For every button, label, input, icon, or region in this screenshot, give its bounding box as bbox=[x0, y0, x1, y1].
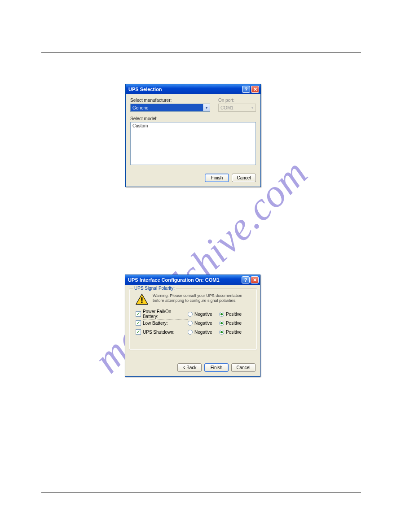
manufacturer-value: Generic bbox=[131, 105, 203, 110]
checkbox-ups-shutdown[interactable]: ✓ bbox=[136, 329, 141, 335]
radio-negative[interactable] bbox=[188, 321, 193, 326]
manufacturer-dropdown[interactable]: Generic ▾ bbox=[130, 104, 210, 112]
radio-label: Negative bbox=[194, 312, 212, 317]
back-button[interactable]: < Back bbox=[177, 363, 202, 372]
radio-positive[interactable] bbox=[219, 321, 224, 326]
close-icon: ✕ bbox=[253, 277, 257, 283]
cancel-button[interactable]: Cancel bbox=[232, 174, 256, 182]
finish-button[interactable]: Finish bbox=[204, 363, 229, 372]
dialog-ups-interface-config: UPS Interface Configuration On: COM1 ? ✕… bbox=[125, 275, 260, 377]
radio-label: Negative bbox=[194, 330, 212, 335]
polarity-row: ✓ UPS Shutdown: Negative Positive bbox=[136, 327, 251, 336]
titlebar-help-button[interactable]: ? bbox=[242, 86, 250, 93]
model-list-item[interactable]: Custom bbox=[132, 123, 254, 128]
dialog-ups-selection: UPS Selection ? ✕ Select manufacturer: G… bbox=[125, 84, 261, 187]
radio-label: Negative bbox=[194, 321, 212, 326]
radio-negative[interactable] bbox=[188, 312, 193, 317]
manufacturer-label: Select manufacturer: bbox=[130, 98, 210, 103]
port-dropdown: COM1 ▾ bbox=[218, 104, 256, 112]
titlebar-help-button[interactable]: ? bbox=[242, 276, 250, 283]
page-rule-bottom bbox=[41, 493, 361, 493]
checkbox-label: Power Fail/On Battery: bbox=[143, 309, 188, 319]
model-label: Select model: bbox=[130, 116, 256, 121]
radio-label: Positive bbox=[226, 312, 242, 317]
titlebar: UPS Interface Configuration On: COM1 ? ✕ bbox=[125, 275, 260, 285]
dialog-title: UPS Interface Configuration On: COM1 bbox=[128, 277, 241, 283]
titlebar-close-button[interactable]: ✕ bbox=[251, 276, 259, 283]
cancel-button[interactable]: Cancel bbox=[231, 363, 256, 372]
checkbox-low-battery[interactable]: ✓ bbox=[136, 320, 141, 326]
radio-positive[interactable] bbox=[219, 330, 224, 335]
warning-text: Warning: Please consult your UPS documen… bbox=[153, 293, 252, 304]
close-icon: ✕ bbox=[253, 87, 257, 92]
checkbox-label: Low Battery: bbox=[143, 321, 168, 326]
port-label: On port: bbox=[218, 98, 256, 103]
polarity-row: ✓ Power Fail/On Battery: Negative Positi… bbox=[136, 310, 251, 318]
radio-label: Positive bbox=[226, 321, 242, 326]
model-listbox[interactable]: Custom bbox=[130, 122, 256, 165]
signal-polarity-groupbox: UPS Signal Polarity: Warning: Please con… bbox=[129, 288, 257, 350]
checkbox-power-fail[interactable]: ✓ bbox=[136, 311, 141, 317]
dialog-title: UPS Selection bbox=[128, 87, 241, 92]
radio-positive[interactable] bbox=[219, 312, 224, 317]
radio-negative[interactable] bbox=[188, 330, 193, 335]
radio-label: Positive bbox=[226, 330, 242, 335]
polarity-row: ✓ Low Battery: Negative Positive bbox=[136, 318, 251, 327]
page-rule-top bbox=[41, 52, 361, 52]
finish-button[interactable]: Finish bbox=[205, 174, 229, 182]
groupbox-legend: UPS Signal Polarity: bbox=[133, 286, 176, 291]
warning-icon bbox=[136, 293, 148, 305]
chevron-down-icon: ▾ bbox=[203, 104, 210, 111]
titlebar-close-button[interactable]: ✕ bbox=[251, 86, 259, 93]
svg-rect-1 bbox=[141, 297, 143, 301]
port-value: COM1 bbox=[219, 105, 249, 110]
titlebar: UPS Selection ? ✕ bbox=[126, 84, 260, 94]
chevron-down-icon: ▾ bbox=[249, 104, 256, 111]
checkbox-label: UPS Shutdown: bbox=[143, 330, 175, 335]
svg-rect-2 bbox=[141, 301, 143, 303]
